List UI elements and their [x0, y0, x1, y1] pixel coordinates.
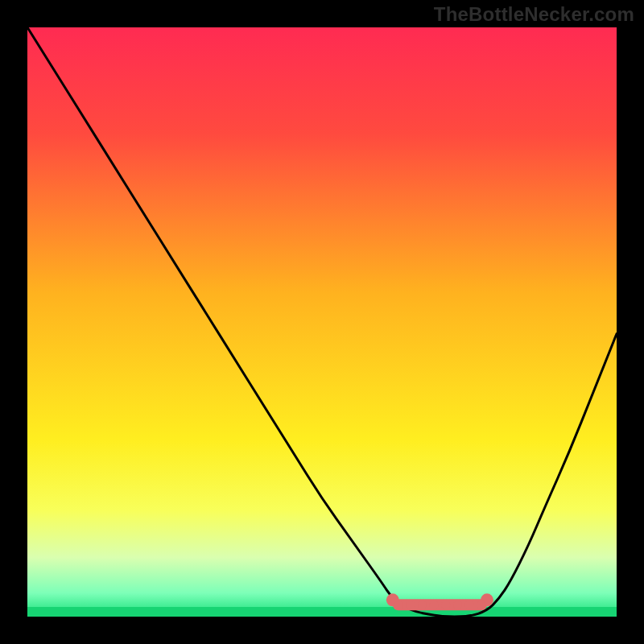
optimal-range-dot: [418, 601, 427, 609]
chart-stage: TheBottleNecker.com: [0, 0, 644, 644]
plot-area: [27, 27, 617, 617]
chart-svg: [27, 27, 617, 617]
optimal-range-dot: [477, 601, 485, 609]
optimal-range-dot: [406, 601, 415, 609]
optimal-range-dot: [394, 601, 403, 609]
baseline-band: [27, 607, 617, 617]
watermark-text: TheBottleNecker.com: [434, 3, 634, 26]
gradient-background: [27, 27, 617, 617]
optimal-range-dot: [465, 601, 474, 609]
optimal-range-dot: [430, 601, 439, 609]
optimal-range-dot: [453, 601, 462, 609]
optimal-range-dot: [441, 601, 450, 609]
